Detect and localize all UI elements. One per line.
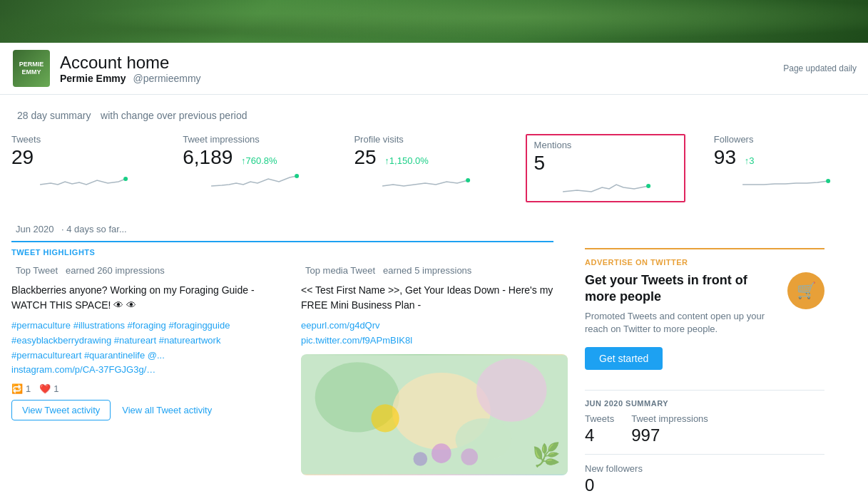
top-tweet-text: Blackberries anyone? Working on my Forag… [11, 283, 278, 313]
retweet-stat: 🔁 1 [11, 383, 31, 394]
top-media-tweet-links: eepurl.com/g4dQrv pic.twitter.com/f9APmB… [301, 319, 568, 348]
view-all-tweet-activity-button[interactable]: View all Tweet activity [122, 405, 212, 415]
metric-tweets: Tweets 29 [11, 134, 154, 202]
tweet-media-image [301, 354, 568, 475]
summary-title: 28 day summary with change over previous… [11, 106, 857, 123]
date-label: Jun 2020 · 4 days so far... [11, 222, 857, 235]
advertise-box: Get your Tweets in front of more people … [585, 272, 824, 336]
advertise-title: Get your Tweets in front of more people [585, 272, 779, 306]
tweet-actions: View Tweet activity View all Tweet activ… [11, 400, 278, 420]
header-bar: PERMIE EMMY Account home Permie Emmy @pe… [0, 43, 868, 95]
like-icon: ❤️ [39, 383, 51, 394]
advertise-text: Get your Tweets in front of more people … [585, 272, 779, 336]
sparkline-mentions [534, 175, 677, 195]
advertise-label: ADVERTISE ON TWITTER [585, 258, 824, 267]
metric-followers: Followers 93 ↑3 [714, 134, 857, 202]
top-tweet-column: Top Tweet earned 260 impressions Blackbe… [11, 262, 278, 481]
svg-point-2 [466, 178, 471, 182]
jun-summary-metrics: Tweets 4 Tweet impressions 997 [585, 413, 824, 445]
right-panel-divider [585, 390, 824, 391]
jun-impressions-metric: Tweet impressions 997 [631, 413, 708, 445]
svg-point-9 [371, 404, 399, 432]
metric-impressions: Tweet impressions 6,189 ↑760.8% [183, 134, 325, 202]
tweet-instagram-link[interactable]: instagram.com/p/CA-37FGJG3g/… [11, 363, 278, 378]
advertise-icon: 🛒 [787, 272, 824, 309]
page-updated-label: Page updated daily [783, 63, 857, 73]
jun-tweets-metric: Tweets 4 [585, 413, 614, 445]
svg-point-12 [461, 448, 478, 465]
metric-profile-visits: Profile visits 25 ↑1,150.0% [354, 134, 496, 202]
top-tweet-title: Top Tweet earned 260 impressions [11, 262, 278, 277]
svg-point-11 [432, 443, 451, 463]
header-banner [0, 0, 868, 43]
svg-point-8 [476, 358, 546, 422]
account-info: Account home Permie Emmy @permieemmy [60, 53, 783, 84]
highlights-label: TWEET HIGHLIGHTS [11, 248, 568, 257]
avatar: PERMIE EMMY [11, 48, 51, 88]
summary-section: 28 day summary with change over previous… [0, 95, 868, 202]
page-title: Account home [60, 53, 783, 73]
tweet-image-svg [301, 354, 568, 475]
svg-point-3 [646, 184, 650, 188]
view-tweet-activity-button[interactable]: View Tweet activity [11, 400, 111, 420]
sparkline-impressions [183, 169, 325, 189]
get-started-button[interactable]: Get started [585, 347, 663, 370]
tweet-stats: 🔁 1 ❤️ 1 [11, 383, 278, 394]
right-panel-divider2 [585, 454, 824, 455]
date-section: Jun 2020 · 4 days so far... [0, 214, 868, 242]
top-media-tweet-column: Top media Tweet earned 5 impressions << … [301, 262, 568, 481]
shopping-cart-icon: 🛒 [797, 281, 816, 300]
svg-point-0 [123, 177, 128, 181]
main-content: TWEET HIGHLIGHTS Top Tweet earned 260 im… [0, 248, 868, 495]
svg-point-13 [413, 452, 427, 466]
right-panel: ADVERTISE ON TWITTER Get your Tweets in … [568, 248, 824, 495]
account-name: Permie Emmy [60, 73, 126, 84]
sparkline-tweets [11, 169, 154, 189]
media-tweet-link1[interactable]: eepurl.com/g4dQrv [301, 319, 568, 334]
jun-new-followers-metric: New followers 0 [585, 463, 824, 495]
section-divider [11, 241, 553, 242]
tweets-row: Top Tweet earned 260 impressions Blackbe… [11, 262, 568, 481]
tweet-hashtag-link[interactable]: #permaculture #illustrations #foraging #… [11, 319, 278, 363]
jun-summary-label: JUN 2020 SUMMARY [585, 399, 824, 408]
metrics-row: Tweets 29 Tweet impressions 6,189 ↑760.8… [11, 134, 857, 202]
svg-point-4 [826, 179, 830, 183]
svg-point-1 [295, 174, 299, 178]
account-handle: @permieemmy [133, 73, 201, 84]
left-panel: TWEET HIGHLIGHTS Top Tweet earned 260 im… [11, 248, 568, 495]
like-stat: ❤️ 1 [39, 383, 58, 394]
advertise-description: Promoted Tweets and content open up your… [585, 310, 779, 336]
sparkline-followers [714, 169, 857, 189]
top-media-tweet-text: << Test First Name >>, Get Your Ideas Do… [301, 283, 568, 313]
sparkline-profile [354, 169, 496, 189]
retweet-icon: 🔁 [11, 383, 23, 394]
top-media-tweet-title: Top media Tweet earned 5 impressions [301, 262, 568, 277]
top-tweet-hashtags: #permaculture #illustrations #foraging #… [11, 319, 278, 378]
metric-mentions: Mentions 5 [526, 134, 685, 202]
media-tweet-link2[interactable]: pic.twitter.com/f9APmBIK8l [301, 334, 568, 348]
yellow-top-divider [585, 248, 824, 249]
